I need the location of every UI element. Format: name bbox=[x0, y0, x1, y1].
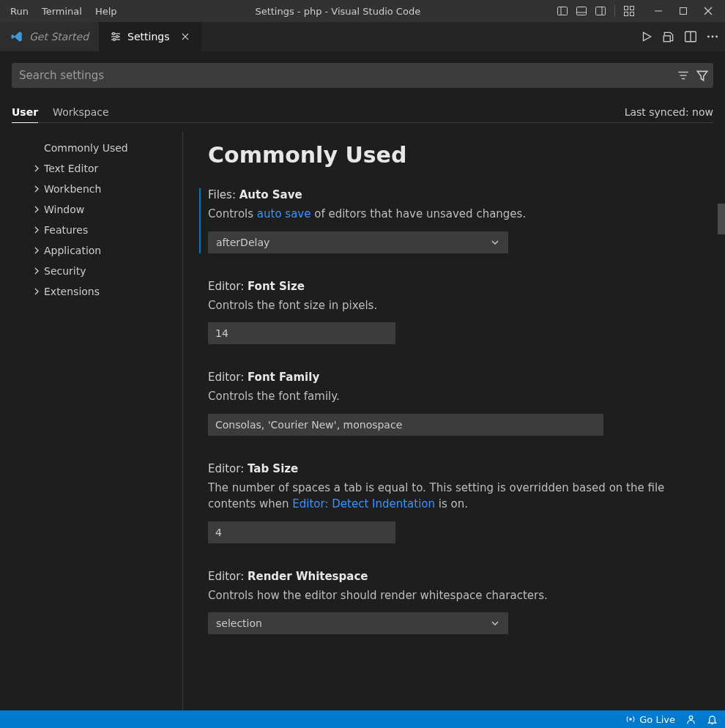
select-value: selection bbox=[216, 617, 262, 629]
layout-bottom-icon[interactable] bbox=[572, 0, 591, 22]
settings-body: User Workspace Last synced: now Commonly… bbox=[0, 51, 725, 710]
svg-point-27 bbox=[712, 36, 714, 38]
close-icon[interactable] bbox=[180, 31, 190, 42]
menu-help[interactable]: Help bbox=[89, 3, 123, 20]
scrollbar-thumb[interactable] bbox=[718, 204, 725, 234]
setting-description: Controls the font size in pixels. bbox=[208, 297, 683, 314]
toc-label: Workbench bbox=[44, 183, 101, 195]
toc-workbench[interactable]: Workbench bbox=[12, 179, 182, 199]
tab-get-started[interactable]: Get Started bbox=[0, 22, 100, 51]
toc-label: Extensions bbox=[44, 286, 100, 297]
svg-point-34 bbox=[689, 716, 693, 719]
menu-bar: Run Terminal Help bbox=[4, 3, 123, 20]
open-json-icon[interactable] bbox=[662, 30, 675, 43]
run-icon[interactable] bbox=[640, 30, 653, 43]
setting-editor-render-whitespace: Editor: Render Whitespace Controls how t… bbox=[199, 570, 687, 635]
layout-right-icon[interactable] bbox=[591, 0, 610, 22]
vscode-icon bbox=[10, 30, 23, 43]
svg-point-17 bbox=[113, 33, 115, 35]
font-size-input[interactable]: 14 bbox=[208, 322, 395, 344]
settings-toc: Commonly Used Text Editor Workbench Wind… bbox=[12, 132, 183, 710]
scope-row: User Workspace Last synced: now bbox=[12, 98, 713, 123]
toc-label: Features bbox=[44, 224, 88, 236]
maximize-button[interactable] bbox=[671, 0, 696, 22]
layout-left-icon[interactable] bbox=[553, 0, 572, 22]
setting-scope: Editor: bbox=[208, 570, 244, 583]
svg-point-18 bbox=[116, 36, 119, 38]
settings-list-icon bbox=[110, 31, 122, 42]
filter-icon[interactable] bbox=[696, 69, 709, 82]
toc-window[interactable]: Window bbox=[12, 199, 182, 220]
last-synced[interactable]: Last synced: now bbox=[625, 106, 713, 122]
select-value: afterDelay bbox=[216, 237, 269, 248]
tab-size-input[interactable]: 4 bbox=[208, 521, 395, 543]
status-account[interactable] bbox=[685, 714, 696, 725]
svg-rect-8 bbox=[625, 12, 628, 16]
menu-terminal[interactable]: Terminal bbox=[36, 3, 88, 20]
status-notifications[interactable] bbox=[707, 714, 718, 725]
settings-content[interactable]: Commonly Used Files: Auto Save Controls … bbox=[183, 132, 713, 710]
split-editor-icon[interactable] bbox=[684, 30, 697, 43]
svg-rect-23 bbox=[663, 36, 670, 42]
svg-rect-4 bbox=[596, 7, 606, 15]
setting-description: The number of spaces a tab is equal to. … bbox=[208, 480, 683, 513]
clear-filter-icon[interactable] bbox=[677, 69, 690, 82]
scope-user[interactable]: User bbox=[12, 102, 38, 123]
render-whitespace-select[interactable]: selection bbox=[208, 612, 508, 634]
svg-rect-7 bbox=[631, 7, 634, 10]
svg-rect-2 bbox=[577, 7, 587, 15]
setting-name: Font Size bbox=[248, 280, 305, 293]
setting-name: Font Family bbox=[248, 371, 319, 384]
tab-label: Get Started bbox=[29, 31, 89, 42]
input-value: 4 bbox=[215, 527, 222, 538]
chevron-down-icon bbox=[490, 237, 500, 248]
setting-name: Tab Size bbox=[248, 462, 298, 475]
setting-editor-tab-size: Editor: Tab Size The number of spaces a … bbox=[199, 462, 687, 543]
toc-commonly-used[interactable]: Commonly Used bbox=[12, 138, 182, 158]
svg-rect-9 bbox=[631, 12, 634, 16]
svg-point-19 bbox=[114, 39, 116, 41]
detect-indentation-link[interactable]: Editor: Detect Indentation bbox=[292, 497, 435, 510]
toc-label: Text Editor bbox=[44, 163, 98, 174]
more-icon[interactable] bbox=[706, 30, 719, 43]
status-go-live[interactable]: Go Live bbox=[625, 714, 675, 725]
toc-features[interactable]: Features bbox=[12, 220, 182, 240]
minimize-button[interactable] bbox=[646, 0, 671, 22]
setting-files-auto-save: Files: Auto Save Controls auto save of e… bbox=[199, 188, 687, 253]
chevron-right-icon bbox=[29, 226, 44, 234]
scope-workspace[interactable]: Workspace bbox=[53, 102, 109, 122]
search-settings[interactable] bbox=[12, 63, 713, 88]
svg-marker-32 bbox=[697, 71, 707, 80]
setting-scope: Editor: bbox=[208, 462, 244, 475]
editor-actions bbox=[634, 22, 725, 51]
tab-settings[interactable]: Settings bbox=[100, 22, 201, 51]
search-input[interactable] bbox=[16, 69, 677, 82]
setting-scope: Editor: bbox=[208, 371, 244, 384]
toc-text-editor[interactable]: Text Editor bbox=[12, 158, 182, 179]
svg-rect-0 bbox=[558, 7, 568, 15]
input-value: 14 bbox=[215, 327, 228, 339]
setting-name: Auto Save bbox=[239, 188, 302, 201]
chevron-right-icon bbox=[29, 205, 44, 214]
chevron-right-icon bbox=[29, 267, 44, 275]
toc-application[interactable]: Application bbox=[12, 240, 182, 261]
font-family-input[interactable]: Consolas, 'Courier New', monospace bbox=[208, 414, 603, 436]
close-button[interactable] bbox=[696, 0, 721, 22]
status-label: Go Live bbox=[639, 714, 675, 725]
svg-point-26 bbox=[707, 36, 710, 38]
auto-save-select[interactable]: afterDelay bbox=[208, 231, 508, 253]
setting-name: Render Whitespace bbox=[248, 570, 368, 583]
section-heading: Commonly Used bbox=[208, 142, 696, 168]
customize-layout-icon[interactable] bbox=[620, 0, 639, 22]
svg-point-33 bbox=[630, 718, 633, 721]
setting-description: Controls the font family. bbox=[208, 388, 683, 405]
toc-extensions[interactable]: Extensions bbox=[12, 281, 182, 302]
setting-description: Controls how the editor should render wh… bbox=[208, 587, 683, 604]
toc-label: Window bbox=[44, 204, 84, 215]
setting-editor-font-family: Editor: Font Family Controls the font fa… bbox=[199, 371, 687, 436]
setting-description: Controls auto save of editors that have … bbox=[208, 206, 683, 223]
svg-rect-6 bbox=[625, 7, 628, 10]
menu-run[interactable]: Run bbox=[4, 3, 34, 20]
auto-save-link[interactable]: auto save bbox=[257, 207, 311, 220]
toc-security[interactable]: Security bbox=[12, 261, 182, 281]
